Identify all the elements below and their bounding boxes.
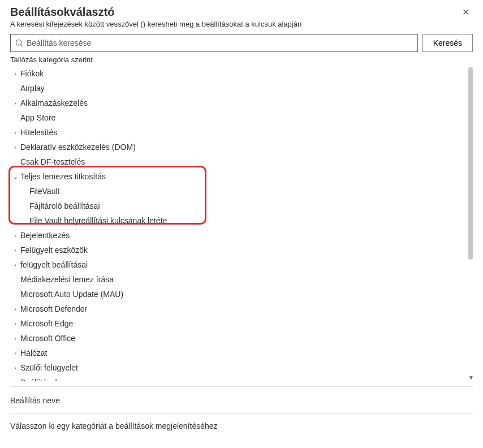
scroll-down-icon[interactable]: ▼ bbox=[468, 374, 474, 381]
svg-line-1 bbox=[21, 45, 23, 47]
chevron-right-icon[interactable]: › bbox=[10, 364, 20, 371]
scrollbar[interactable] bbox=[468, 67, 473, 260]
category-child-label: FileVault bbox=[29, 186, 59, 197]
category-child-label: Fájltároló beállításai bbox=[29, 200, 100, 212]
category-label: Bejelentkezés bbox=[20, 230, 70, 241]
category-item[interactable]: ›Microsoft Office bbox=[10, 331, 462, 346]
category-item[interactable]: ›Microsoft Defender bbox=[10, 301, 462, 316]
dialog-title: Beállításokválasztó bbox=[10, 6, 301, 19]
category-item[interactable]: ›App Store bbox=[10, 110, 462, 125]
category-label: Szülői felügyelet bbox=[20, 362, 78, 373]
close-icon: ✕ bbox=[462, 7, 469, 17]
chevron-right-icon[interactable]: › bbox=[10, 305, 20, 312]
close-button[interactable]: ✕ bbox=[459, 6, 473, 19]
category-item[interactable]: ›Felügyelt eszközök bbox=[10, 243, 462, 257]
chevron-right-icon[interactable]: › bbox=[10, 261, 20, 268]
category-label: Médiakezelési lemez írása bbox=[20, 274, 114, 285]
category-label: Microsoft Defender bbox=[20, 303, 87, 315]
search-input[interactable] bbox=[27, 38, 413, 48]
category-item[interactable]: ›Microsoft Auto Update (MAU) bbox=[10, 287, 462, 301]
category-item[interactable]: ›Microsoft Edge bbox=[10, 316, 462, 331]
category-item[interactable]: ›Médiakezelési lemez írása bbox=[10, 272, 462, 287]
chevron-right-icon[interactable]: › bbox=[10, 350, 20, 356]
category-tree[interactable]: ›Fiókok›Airplay›Alkalmazáskezelés›App St… bbox=[10, 66, 473, 381]
chevron-right-icon[interactable]: › bbox=[10, 320, 20, 327]
chevron-right-icon[interactable]: › bbox=[10, 144, 20, 150]
category-label: Fiókok bbox=[20, 68, 44, 79]
category-label: Deklaratív eszközkezelés (DOM) bbox=[20, 141, 136, 153]
category-item[interactable]: ›Airplay bbox=[10, 81, 462, 96]
category-label: Microsoft Auto Update (MAU) bbox=[20, 288, 123, 300]
chevron-right-icon[interactable]: › bbox=[10, 100, 20, 106]
empty-hint: Válasszon ki egy kategóriát a beállításo… bbox=[10, 413, 473, 438]
setting-name-header: Beállítás neve bbox=[10, 387, 473, 413]
search-icon bbox=[15, 39, 23, 47]
browse-label: Tallózás kategória szerint bbox=[10, 55, 473, 64]
category-label: Hitelesítés bbox=[20, 127, 57, 138]
category-label: Alkalmazáskezelés bbox=[20, 97, 88, 109]
category-item[interactable]: ›Hálózat bbox=[10, 346, 462, 360]
svg-point-0 bbox=[16, 40, 21, 45]
category-child-item[interactable]: FileVault bbox=[10, 184, 462, 199]
search-button[interactable]: Keresés bbox=[422, 34, 473, 52]
category-item[interactable]: ›Alkalmazáskezelés bbox=[10, 96, 462, 110]
category-label: Beállítások bbox=[20, 377, 59, 381]
search-box[interactable] bbox=[10, 34, 418, 52]
chevron-right-icon[interactable]: › bbox=[10, 232, 20, 239]
category-item[interactable]: ›Fiókok bbox=[10, 66, 462, 81]
category-item[interactable]: ›Bejelentkezés bbox=[10, 228, 462, 243]
category-label: Airplay bbox=[20, 83, 45, 94]
category-label: App Store bbox=[20, 112, 55, 123]
category-label: Felügyelt eszközök bbox=[20, 244, 88, 256]
category-label: felügyelt beállításai bbox=[20, 259, 88, 270]
chevron-right-icon[interactable]: › bbox=[10, 247, 20, 253]
category-item[interactable]: ›Beállítások bbox=[10, 375, 462, 381]
category-child-label: File Vault helyreállítási kulcsának leté… bbox=[29, 215, 167, 226]
category-label: Csak DF-tesztelés bbox=[20, 156, 85, 167]
dialog-subtitle: A keresési kifejezések között vesszővel … bbox=[10, 20, 301, 28]
category-item[interactable]: ›Hitelesítés bbox=[10, 125, 462, 140]
category-child-item[interactable]: Fájltároló beállításai bbox=[10, 199, 462, 213]
chevron-right-icon[interactable]: › bbox=[10, 379, 20, 381]
chevron-down-icon[interactable]: ⌄ bbox=[10, 173, 20, 180]
category-item[interactable]: ›felügyelt beállításai bbox=[10, 257, 462, 272]
category-label: Microsoft Edge bbox=[20, 318, 73, 329]
category-item[interactable]: ›Csak DF-tesztelés bbox=[10, 154, 462, 169]
category-label: Teljes lemezes titkosítás bbox=[20, 171, 106, 182]
chevron-right-icon[interactable]: › bbox=[10, 70, 20, 77]
chevron-right-icon[interactable]: › bbox=[10, 129, 20, 136]
category-item[interactable]: ›Deklaratív eszközkezelés (DOM) bbox=[10, 140, 462, 154]
category-item[interactable]: ›Szülői felügyelet bbox=[10, 360, 462, 375]
category-label: Hálózat bbox=[20, 347, 47, 359]
category-label: Microsoft Office bbox=[20, 333, 75, 344]
category-item[interactable]: ⌄Teljes lemezes titkosítás bbox=[10, 169, 462, 184]
category-child-item[interactable]: File Vault helyreállítási kulcsának leté… bbox=[10, 213, 462, 228]
chevron-right-icon[interactable]: › bbox=[10, 335, 20, 342]
